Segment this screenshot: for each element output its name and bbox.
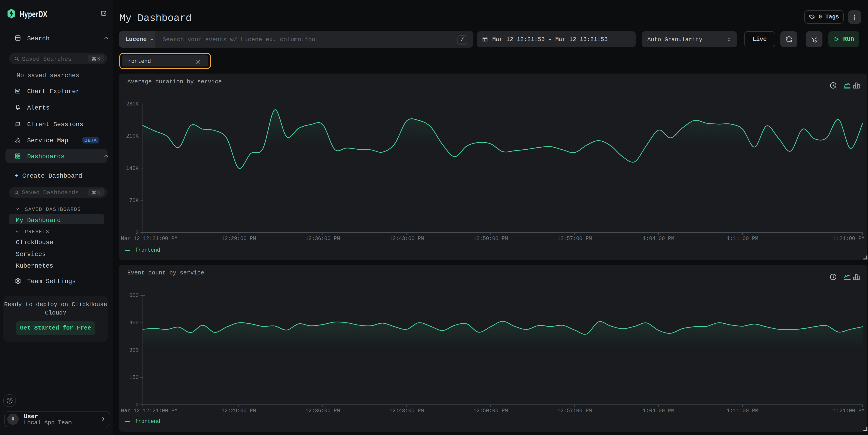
svg-text:1:21:00 PM: 1:21:00 PM xyxy=(833,236,865,242)
svg-text:12:43:00 PM: 12:43:00 PM xyxy=(390,408,424,414)
svg-text:12:57:00 PM: 12:57:00 PM xyxy=(557,236,592,242)
svg-text:300: 300 xyxy=(129,347,139,353)
svg-text:12:36:00 PM: 12:36:00 PM xyxy=(305,236,340,242)
svg-text:1:04:00 PM: 1:04:00 PM xyxy=(643,236,674,242)
svg-text:70K: 70K xyxy=(129,198,139,204)
svg-text:1:04:00 PM: 1:04:00 PM xyxy=(643,408,674,414)
svg-text:12:29:00 PM: 12:29:00 PM xyxy=(221,236,256,242)
svg-text:0: 0 xyxy=(135,230,139,236)
svg-text:12:57:00 PM: 12:57:00 PM xyxy=(557,408,592,414)
svg-text:450: 450 xyxy=(129,320,139,326)
svg-text:12:50:00 PM: 12:50:00 PM xyxy=(473,236,508,242)
svg-text:12:36:00 PM: 12:36:00 PM xyxy=(305,408,340,414)
svg-text:150: 150 xyxy=(129,375,139,380)
svg-text:210K: 210K xyxy=(126,133,139,139)
svg-text:12:29:00 PM: 12:29:00 PM xyxy=(221,408,256,414)
svg-text:Mar 12 12:21:00 PM: Mar 12 12:21:00 PM xyxy=(121,408,177,414)
svg-text:12:43:00 PM: 12:43:00 PM xyxy=(390,236,424,242)
svg-text:12:50:00 PM: 12:50:00 PM xyxy=(473,408,508,414)
svg-text:1:11:00 PM: 1:11:00 PM xyxy=(727,236,758,242)
svg-text:140K: 140K xyxy=(126,165,139,172)
svg-text:1:11:00 PM: 1:11:00 PM xyxy=(727,408,758,414)
svg-text:280K: 280K xyxy=(126,101,139,107)
svg-text:1:21:00 PM: 1:21:00 PM xyxy=(833,408,865,414)
svg-text:Mar 12 12:21:00 PM: Mar 12 12:21:00 PM xyxy=(121,236,177,242)
svg-text:0: 0 xyxy=(135,402,139,408)
svg-text:600: 600 xyxy=(129,293,139,299)
